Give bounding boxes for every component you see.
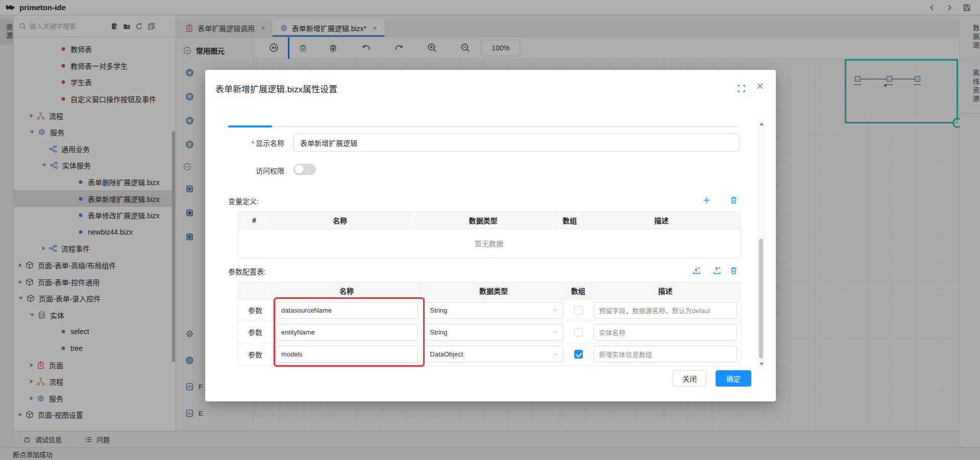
export-params-icon[interactable]	[713, 266, 721, 275]
param-array-checkbox[interactable]	[574, 328, 583, 337]
delete-param-icon[interactable]	[729, 266, 738, 275]
select-value: String	[430, 328, 551, 336]
confirm-button[interactable]: 确定	[716, 370, 751, 387]
params-section-label: 参数配置表:	[228, 266, 266, 276]
table-column-header: 数组	[567, 283, 591, 299]
dialog-scrollbar[interactable]	[758, 120, 764, 368]
select-value: DataObject	[430, 350, 551, 358]
param-type-label: 参数	[248, 305, 262, 315]
maximize-icon[interactable]	[737, 84, 746, 93]
param-row: 参数String	[238, 299, 740, 321]
param-description-input[interactable]	[594, 346, 737, 363]
param-type-label: 参数	[248, 349, 262, 360]
display-name-label: *显示名称	[205, 138, 284, 148]
param-name-input[interactable]	[276, 346, 418, 363]
table-column-header: 描述	[591, 283, 740, 299]
table-column-header: 名称	[271, 212, 409, 228]
variables-table: #名称数据类型数组描述 暂无数据	[237, 212, 741, 258]
chevron-down-icon	[552, 306, 559, 314]
param-array-checkbox[interactable]	[574, 350, 583, 359]
access-label: 访问权限	[205, 165, 284, 175]
scrollbar-thumb[interactable]	[759, 239, 763, 359]
table-column-header: #	[238, 212, 271, 228]
properties-dialog: 表单新增扩展逻辑.bizx属性设置 × *显示名称 访问权限 变量定义: #名称…	[205, 70, 776, 401]
scroll-up-icon[interactable]	[760, 122, 764, 125]
param-type-select[interactable]: DataObject	[424, 346, 563, 363]
dialog-title: 表单新增扩展逻辑.bizx属性设置	[215, 82, 337, 95]
dialog-tab-indicator	[228, 126, 740, 127]
variables-table-header: #名称数据类型数组描述	[238, 212, 740, 229]
param-name-input[interactable]	[276, 324, 418, 341]
display-name-input[interactable]	[293, 134, 740, 151]
select-value: String	[430, 306, 551, 314]
param-type-label: 参数	[248, 327, 262, 337]
param-row: 参数String	[238, 321, 740, 343]
param-row: 参数DataObject	[238, 343, 740, 365]
param-array-checkbox[interactable]	[574, 306, 583, 315]
table-column-header: 数组	[557, 212, 583, 228]
access-toggle[interactable]	[293, 164, 316, 175]
import-params-icon[interactable]	[692, 266, 701, 275]
table-column-header	[238, 283, 273, 299]
params-table: 名称数据类型数组描述 参数String参数String参数DataObject	[237, 282, 741, 366]
scroll-down-icon[interactable]	[760, 363, 764, 366]
params-table-body: 参数String参数String参数DataObject	[238, 299, 740, 365]
param-type-select[interactable]: String	[424, 302, 563, 319]
param-name-input[interactable]	[276, 302, 418, 319]
table-column-header: 描述	[583, 212, 740, 228]
table-column-header: 数据类型	[421, 283, 566, 299]
params-table-header: 名称数据类型数组描述	[238, 283, 740, 299]
chevron-down-icon	[552, 351, 559, 358]
add-variable-icon[interactable]	[702, 196, 711, 205]
table-column-header: 数据类型	[409, 212, 557, 228]
close-icon[interactable]: ×	[756, 80, 764, 92]
close-button[interactable]: 关闭	[673, 370, 706, 387]
delete-variable-icon[interactable]	[729, 196, 738, 205]
param-description-input[interactable]	[594, 324, 737, 341]
param-type-select[interactable]: String	[424, 324, 563, 341]
param-description-input[interactable]	[594, 302, 737, 319]
table-column-header: 名称	[273, 283, 421, 299]
variables-section-label: 变量定义:	[228, 196, 259, 206]
variables-empty-text: 暂无数据	[238, 229, 740, 258]
application-window: primeton-ide 资源 教师表教师表一对多学生学生表自定义窗口操作按钮及…	[0, 0, 980, 460]
chevron-down-icon	[552, 328, 559, 336]
